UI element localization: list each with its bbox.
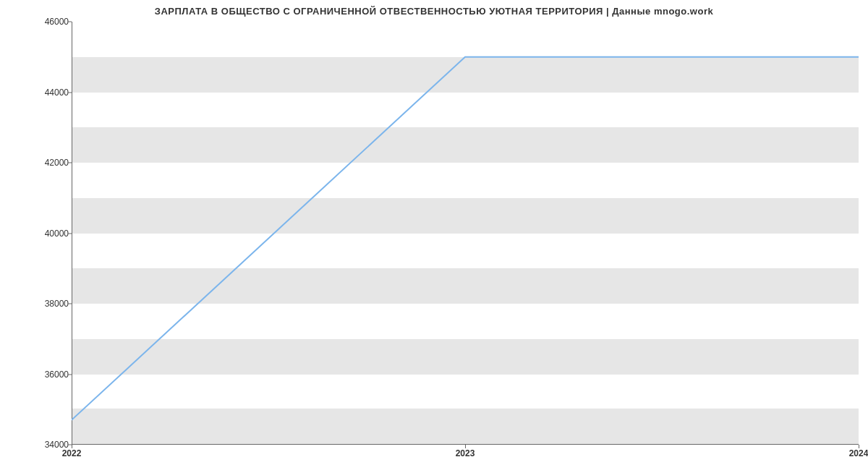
x-tick-mark xyxy=(859,445,859,448)
x-tick-label: 2024 xyxy=(849,448,868,458)
data-line xyxy=(72,57,859,420)
y-tick-label: 44000 xyxy=(40,87,69,98)
y-tick-label: 36000 xyxy=(40,369,69,380)
line-chart-svg xyxy=(72,22,859,445)
chart-container: ЗАРПЛАТА В ОБЩЕСТВО С ОГРАНИЧЕННОЙ ОТВЕС… xyxy=(0,0,868,470)
y-tick-label: 40000 xyxy=(40,228,69,239)
chart-title: ЗАРПЛАТА В ОБЩЕСТВО С ОГРАНИЧЕННОЙ ОТВЕС… xyxy=(0,6,868,17)
y-tick-label: 38000 xyxy=(40,299,69,309)
x-tick-mark xyxy=(465,445,466,448)
y-tick-label: 42000 xyxy=(40,158,69,168)
x-tick-mark xyxy=(72,445,72,448)
y-tick-label: 46000 xyxy=(40,17,69,27)
x-tick-label: 2022 xyxy=(62,448,82,458)
x-tick-label: 2023 xyxy=(456,448,475,458)
